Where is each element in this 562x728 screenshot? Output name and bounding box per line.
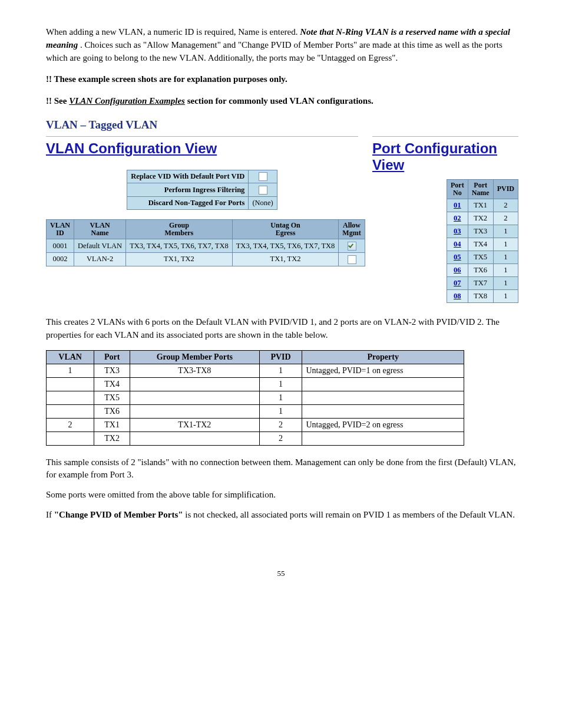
port-th-pvid: PVID bbox=[493, 179, 518, 199]
vlan-group: TX1, TX2 bbox=[126, 253, 233, 266]
port-config-title: Port Configuration View bbox=[372, 140, 518, 173]
props-th-group: Group Member Ports bbox=[130, 350, 260, 364]
result-paragraph: This creates 2 VLANs with 6 ports on the… bbox=[46, 316, 516, 342]
port-row: 01TX12 bbox=[447, 199, 518, 212]
vlan-id: 0001 bbox=[47, 239, 74, 253]
port-name: TX8 bbox=[468, 290, 493, 303]
warning-explanation-only: These example screen shots are for expla… bbox=[46, 73, 516, 86]
port-no-link[interactable]: 08 bbox=[447, 290, 468, 303]
vlan-config-panel: VLAN Configuration View Replace VID With… bbox=[46, 135, 358, 266]
port-name: TX1 bbox=[468, 199, 493, 212]
port-row: 05TX51 bbox=[447, 251, 518, 264]
vlan-name: VLAN-2 bbox=[74, 253, 126, 266]
port-no-link[interactable]: 04 bbox=[447, 238, 468, 251]
props-port: TX4 bbox=[94, 377, 130, 391]
section-tagged-vlan: VLAN – Tagged VLAN bbox=[46, 118, 516, 131]
port-th-no: Port No bbox=[447, 179, 468, 199]
port-row: 07TX71 bbox=[447, 277, 518, 290]
vlan-options-table: Replace VID With Default Port VID Perfor… bbox=[127, 170, 277, 210]
props-vlan bbox=[47, 391, 94, 404]
vlan-th-id: VLAN ID bbox=[47, 220, 74, 239]
props-pvid: 1 bbox=[259, 391, 302, 404]
vlan-id: 0002 bbox=[47, 253, 74, 266]
port-name: TX4 bbox=[468, 238, 493, 251]
vlan-th-mgmt: Allow Mgmt bbox=[339, 220, 365, 239]
props-th-pvid: PVID bbox=[259, 350, 302, 364]
vlan-mgmt bbox=[339, 239, 365, 253]
props-th-vlan: VLAN bbox=[47, 350, 94, 364]
ingress-checkbox[interactable] bbox=[259, 186, 267, 195]
port-no-link[interactable]: 05 bbox=[447, 251, 468, 264]
vlan-mgmt bbox=[339, 253, 365, 266]
props-port: TX1 bbox=[94, 418, 130, 431]
props-property bbox=[302, 391, 464, 404]
props-pvid: 1 bbox=[259, 377, 302, 391]
port-name: TX2 bbox=[468, 212, 493, 225]
vlan-config-title: VLAN Configuration View bbox=[46, 140, 217, 157]
vlan-th-untag: Untag On Egress bbox=[232, 220, 339, 239]
props-property bbox=[302, 404, 464, 418]
port-no-link[interactable]: 03 bbox=[447, 225, 468, 238]
port-name: TX7 bbox=[468, 277, 493, 290]
props-pvid: 1 bbox=[259, 364, 302, 377]
port-name: TX5 bbox=[468, 251, 493, 264]
port-no-link[interactable]: 06 bbox=[447, 264, 468, 277]
port-no-link[interactable]: 02 bbox=[447, 212, 468, 225]
port-name: TX6 bbox=[468, 264, 493, 277]
props-row: 1TX3TX3-TX81Untagged, PVID=1 on egress bbox=[47, 364, 464, 377]
port-row: 08TX81 bbox=[447, 290, 518, 303]
vlan-row: 0001Default VLANTX3, TX4, TX5, TX6, TX7,… bbox=[47, 239, 365, 253]
props-vlan bbox=[47, 404, 94, 418]
props-th-port: Port bbox=[94, 350, 130, 364]
vlan-name: Default VLAN bbox=[74, 239, 126, 253]
port-pvid: 2 bbox=[493, 199, 518, 212]
opt-discard-label: Discard Non-Tagged For Ports bbox=[127, 197, 249, 210]
port-pvid: 1 bbox=[493, 290, 518, 303]
props-property bbox=[302, 377, 464, 391]
port-no-link[interactable]: 01 bbox=[447, 199, 468, 212]
props-property bbox=[302, 431, 464, 445]
props-port: TX5 bbox=[94, 391, 130, 404]
port-table: Port No Port Name PVID 01TX1202TX2203TX3… bbox=[447, 179, 518, 303]
vlan-th-name: VLAN Name bbox=[74, 220, 126, 239]
props-row: TX61 bbox=[47, 404, 464, 418]
vlan-row: 0002VLAN-2TX1, TX2TX1, TX2 bbox=[47, 253, 365, 266]
allow-mgmt-checkbox[interactable] bbox=[348, 255, 356, 264]
port-pvid: 2 bbox=[493, 212, 518, 225]
props-group bbox=[130, 377, 260, 391]
props-th-property: Property bbox=[302, 350, 464, 364]
allow-mgmt-checkbox[interactable] bbox=[348, 242, 356, 251]
properties-table: VLAN Port Group Member Ports PVID Proper… bbox=[46, 350, 464, 446]
port-name: TX3 bbox=[468, 225, 493, 238]
port-pvid: 1 bbox=[493, 264, 518, 277]
props-port: TX3 bbox=[94, 364, 130, 377]
opt-replace-vid-checkbox-cell bbox=[249, 170, 277, 183]
vlan-group: TX3, TX4, TX5, TX6, TX7, TX8 bbox=[126, 239, 233, 253]
props-group: TX3-TX8 bbox=[130, 364, 260, 377]
replace-vid-checkbox[interactable] bbox=[259, 172, 267, 181]
port-pvid: 1 bbox=[493, 277, 518, 290]
props-pvid: 2 bbox=[259, 418, 302, 431]
vlan-untag: TX3, TX4, TX5, TX6, TX7, TX8 bbox=[232, 239, 339, 253]
props-vlan: 2 bbox=[47, 418, 94, 431]
props-group bbox=[130, 404, 260, 418]
port-th-name: Port Name bbox=[468, 179, 493, 199]
warning-see-vlan-examples: !! See VLAN Configuration Examples secti… bbox=[46, 95, 516, 108]
opt-replace-vid-label: Replace VID With Default Port VID bbox=[127, 170, 249, 183]
port-no-link[interactable]: 07 bbox=[447, 277, 468, 290]
props-vlan bbox=[47, 377, 94, 391]
props-pvid: 2 bbox=[259, 431, 302, 445]
props-group bbox=[130, 391, 260, 404]
props-property: Untagged, PVID=1 on egress bbox=[302, 364, 464, 377]
props-row: 2TX1TX1-TX22Untagged, PVID=2 on egress bbox=[47, 418, 464, 431]
vlan-config-examples-link: VLAN Configuration Examples bbox=[69, 96, 185, 106]
port-row: 04TX41 bbox=[447, 238, 518, 251]
port-pvid: 1 bbox=[493, 238, 518, 251]
intro-paragraph: When adding a new VLAN, a numeric ID is … bbox=[46, 26, 516, 64]
props-row: TX41 bbox=[47, 377, 464, 391]
props-row: TX51 bbox=[47, 391, 464, 404]
port-row: 02TX22 bbox=[447, 212, 518, 225]
vlan-untag: TX1, TX2 bbox=[232, 253, 339, 266]
opt-discard-value: (None) bbox=[249, 197, 277, 210]
port-pvid: 1 bbox=[493, 225, 518, 238]
